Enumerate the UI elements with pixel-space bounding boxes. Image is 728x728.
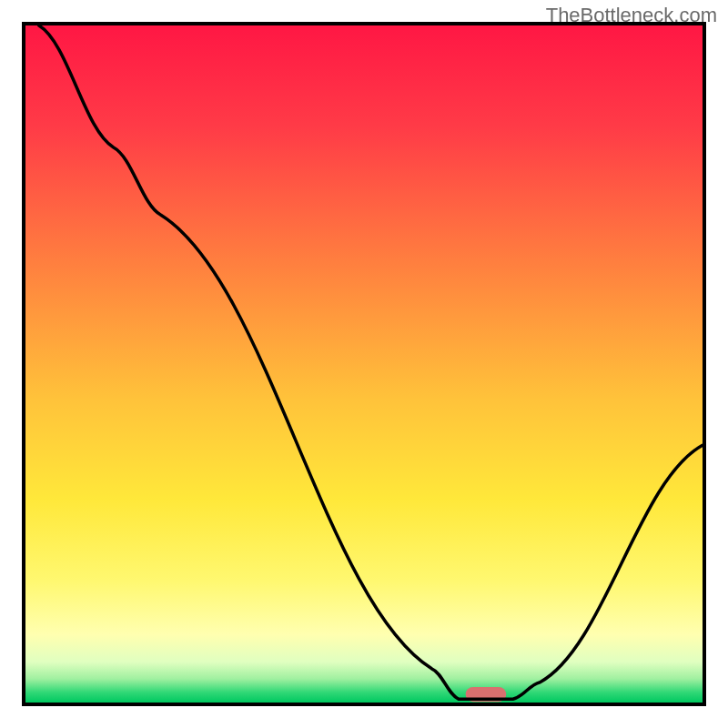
chart-container: TheBottleneck.com	[0, 0, 728, 728]
watermark-text: TheBottleneck.com	[546, 4, 717, 27]
bottleneck-chart	[0, 0, 728, 728]
